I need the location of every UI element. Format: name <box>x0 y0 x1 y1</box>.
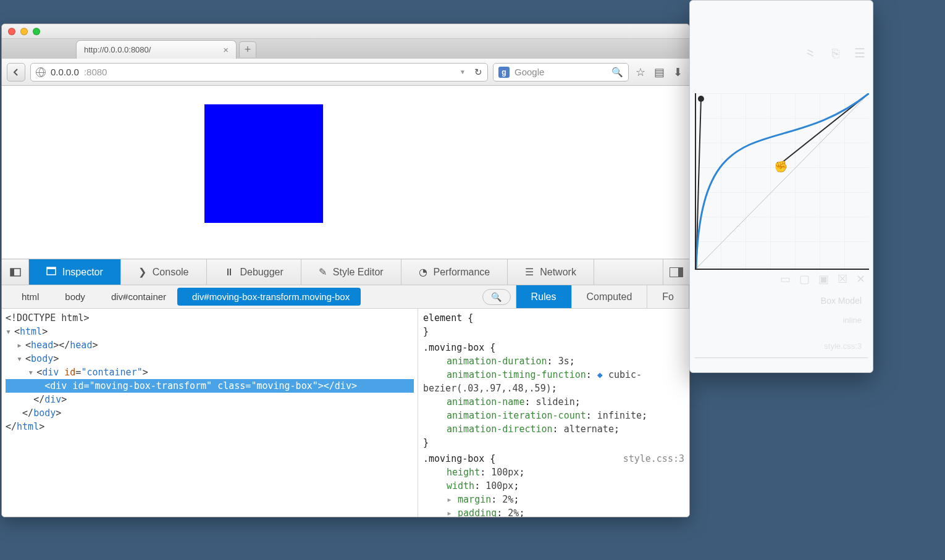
css-value[interactable]: infinite <box>597 410 642 421</box>
css-value[interactable]: 2% <box>502 494 513 505</box>
bezier-handle-p2[interactable] <box>776 162 782 168</box>
dom-line[interactable]: <!DOCTYPE html> <box>6 311 414 325</box>
tab-console-label: Console <box>153 267 189 278</box>
devtools-body: <!DOCTYPE html> ▾<html> ▸<head></head> ▾… <box>2 309 689 517</box>
browser-window: http://0.0.0.0:8080/ × + 0.0.0.0:8080 ▼ … <box>1 23 690 517</box>
rules-tab-fonts[interactable]: Fo <box>647 285 689 308</box>
bookmark-star-icon[interactable]: ☆ <box>634 65 647 79</box>
tab-network-label: Network <box>540 267 576 278</box>
dom-line[interactable]: </html> <box>6 420 414 433</box>
bezier-swatch-icon[interactable]: ◆ <box>597 369 603 380</box>
dom-line[interactable]: </div> <box>6 393 414 406</box>
bezier-svg <box>696 93 869 269</box>
window-zoom-button[interactable] <box>33 28 40 35</box>
bezier-dock-ghost: ▭▢▣☒✕ <box>780 272 865 286</box>
dom-line[interactable]: ▾<html> <box>6 325 414 338</box>
dom-line[interactable]: ▸<head></head> <box>6 338 414 352</box>
cubic-bezier-editor[interactable]: ⺀ ⎘ ☰ ✊ ▭▢▣☒✕ Box Model inline style.css… <box>689 0 873 373</box>
url-host: 0.0.0.0 <box>51 67 79 77</box>
breadcrumb-moving-box[interactable]: div#moving-box-transform.moving-box <box>177 288 361 306</box>
breadcrumb-container[interactable]: div#container <box>96 288 177 306</box>
browser-tabstrip: http://0.0.0.0:8080/ × + <box>2 39 689 59</box>
tab-inspector[interactable]: Inspector <box>29 259 121 285</box>
rules-view[interactable]: element { } .moving-box { animation-dura… <box>418 309 689 517</box>
window-titlebar <box>2 24 689 39</box>
css-prop[interactable]: animation-timing-function <box>447 369 586 380</box>
moving-box-element <box>204 104 323 223</box>
bezier-graph[interactable]: ✊ <box>695 93 869 270</box>
css-value[interactable]: 3s <box>558 356 569 367</box>
rules-tab-rules[interactable]: Rules <box>516 285 572 308</box>
css-prop[interactable]: padding <box>458 508 497 517</box>
tab-network[interactable]: ☰ Network <box>508 259 594 285</box>
tab-console[interactable]: ❯ Console <box>121 259 207 285</box>
breadcrumb-html[interactable]: html <box>7 288 50 306</box>
bezier-handle-p1[interactable] <box>698 96 704 102</box>
style-editor-icon: ✎ <box>319 266 327 278</box>
css-value[interactable]: alternate <box>564 424 614 435</box>
tab-close-icon[interactable]: × <box>223 44 229 55</box>
search-placeholder: Google <box>514 67 544 77</box>
tab-performance[interactable]: ◔ Performance <box>401 259 508 285</box>
nav-back-button[interactable] <box>7 63 25 81</box>
css-value[interactable]: cubic- <box>608 369 642 380</box>
tab-debugger[interactable]: ⏸ Debugger <box>207 259 301 285</box>
svg-line-4 <box>696 93 869 269</box>
rules-tabs: Rules Computed Fo <box>516 285 689 308</box>
css-value[interactable]: 2% <box>508 508 519 517</box>
css-value[interactable]: slidein <box>536 396 575 407</box>
css-selector[interactable]: .moving-box { <box>423 453 495 464</box>
css-value[interactable]: bezier(.03,.97,.48,.59) <box>423 383 552 394</box>
css-prop[interactable]: width <box>447 480 474 491</box>
bezier-timeline[interactable] <box>695 357 868 365</box>
devtools: Inspector ❯ Console ⏸ Debugger ✎ Style E… <box>2 259 689 517</box>
dom-line[interactable]: ▾<body> <box>6 352 414 366</box>
tab-style-editor[interactable]: ✎ Style Editor <box>301 259 401 285</box>
new-tab-button[interactable]: + <box>239 41 256 57</box>
css-prop[interactable]: margin <box>458 494 491 505</box>
page-viewport <box>2 86 689 259</box>
css-value[interactable]: 100px <box>491 467 519 478</box>
window-minimize-button[interactable] <box>20 28 28 35</box>
browser-navbar: 0.0.0.0:8080 ▼ ↻ g Google 🔍 ☆ ▤ ⬇ <box>2 59 689 86</box>
css-prop[interactable]: animation-duration <box>447 356 547 367</box>
url-port: :8080 <box>84 67 107 77</box>
search-provider-icon: g <box>498 67 510 78</box>
css-source-link[interactable]: style.css:3 <box>623 452 684 466</box>
devtools-dock-button[interactable] <box>663 259 689 285</box>
dom-line[interactable]: ▾<div id="container"> <box>6 366 414 379</box>
tab-title: http://0.0.0.0:8080/ <box>84 45 151 54</box>
ghost-icon: ☰ <box>854 46 865 61</box>
url-dropdown-icon[interactable]: ▼ <box>460 69 466 75</box>
css-selector[interactable]: .moving-box { <box>423 342 495 353</box>
search-bar[interactable]: g Google 🔍 <box>493 63 629 81</box>
markup-search-button[interactable]: 🔍 <box>482 289 511 305</box>
reading-list-icon[interactable]: ▤ <box>652 65 666 79</box>
performance-icon: ◔ <box>419 266 427 278</box>
css-brace: } <box>423 326 429 337</box>
devtools-iframe-picker-icon[interactable] <box>2 259 29 285</box>
downloads-icon[interactable]: ⬇ <box>671 65 684 79</box>
browser-tab-active[interactable]: http://0.0.0.0:8080/ × <box>76 40 237 59</box>
css-prop[interactable]: animation-name <box>447 396 524 407</box>
css-prop[interactable]: animation-iteration-count <box>447 410 586 421</box>
dom-line-selected[interactable]: <div id="moving-box-transform" class="mo… <box>6 379 414 393</box>
css-value[interactable]: 100px <box>485 480 513 491</box>
css-selector[interactable]: element { <box>423 312 473 324</box>
svg-rect-3 <box>47 267 56 269</box>
svg-rect-1 <box>10 269 14 276</box>
dock-side-icon <box>670 267 683 277</box>
rules-tab-computed[interactable]: Computed <box>572 285 648 308</box>
bezier-toolbar-ghost: ⺀ ⎘ ☰ <box>716 25 865 81</box>
window-close-button[interactable] <box>8 28 15 35</box>
css-prop[interactable]: height <box>447 467 480 478</box>
dom-line[interactable]: </body> <box>6 406 414 420</box>
devtools-tabs: Inspector ❯ Console ⏸ Debugger ✎ Style E… <box>2 259 689 285</box>
css-prop[interactable]: animation-direction <box>447 424 553 435</box>
reload-icon[interactable]: ↻ <box>474 67 482 78</box>
css-brace: } <box>423 437 429 448</box>
markup-view[interactable]: <!DOCTYPE html> ▾<html> ▸<head></head> ▾… <box>2 309 418 517</box>
url-bar[interactable]: 0.0.0.0:8080 ▼ ↻ <box>30 63 488 81</box>
breadcrumb-body[interactable]: body <box>50 288 96 306</box>
search-icon[interactable]: 🔍 <box>611 67 623 78</box>
